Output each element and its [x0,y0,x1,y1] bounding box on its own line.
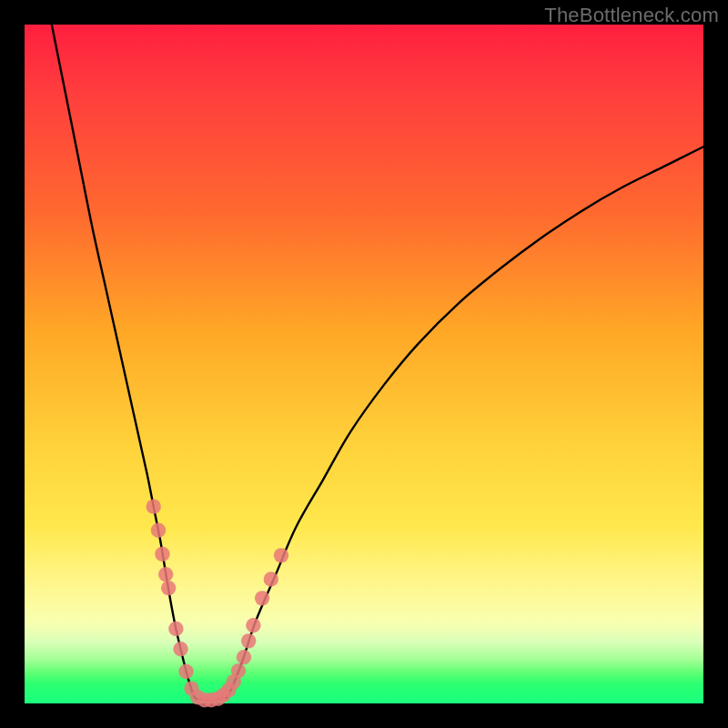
plot-area [25,25,703,703]
curve-marker [231,663,246,678]
curve-marker [237,650,251,664]
curve-marker [161,581,176,595]
curve-marker [241,633,256,648]
curve-marker [158,567,173,581]
curve-marker [246,618,260,632]
curve-marker [255,591,269,605]
chart-frame: TheBottleneck.com [0,0,728,728]
curve-marker [178,664,193,679]
curve-marker [173,642,187,656]
curve-marker [264,571,278,586]
curve-marker [147,499,161,513]
curve-marker [155,547,169,561]
bottleneck-curve [52,25,703,700]
curve-marker [151,523,166,538]
watermark-text: TheBottleneck.com [544,4,719,27]
curve-layer [25,25,703,703]
curve-marker [274,548,288,562]
curve-marker [168,622,183,636]
